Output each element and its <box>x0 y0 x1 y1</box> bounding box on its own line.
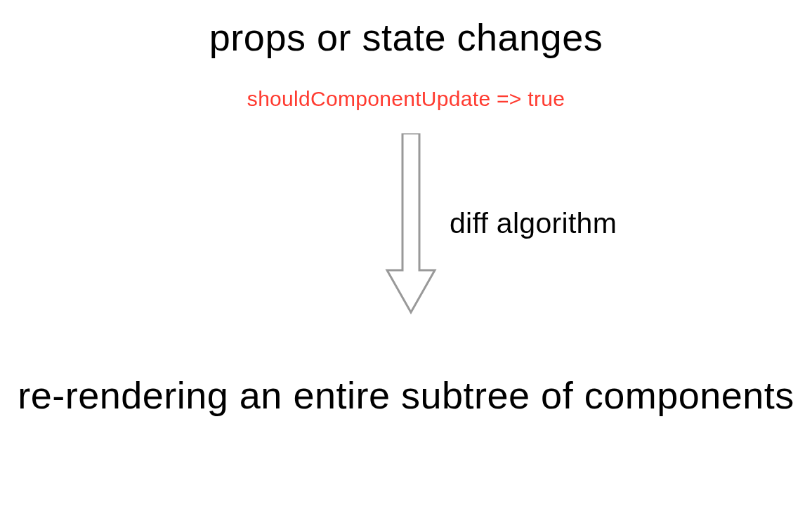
down-arrow-icon <box>383 133 439 316</box>
bottom-node-text: re-rendering an entire subtree of compon… <box>0 372 812 420</box>
condition-text: shouldComponentUpdate => true <box>0 87 812 111</box>
top-node-text: props or state changes <box>0 15 812 59</box>
arrow-label: diff algorithm <box>450 207 617 240</box>
